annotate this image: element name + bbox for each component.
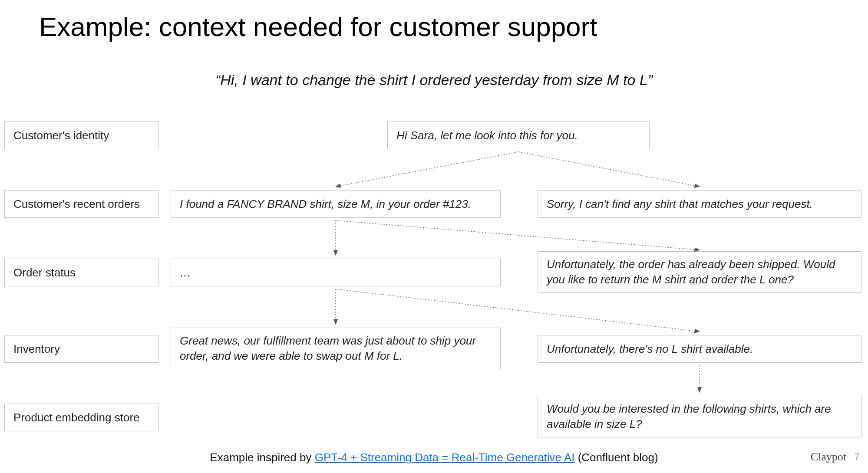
label-identity: Customer's identity: [4, 122, 158, 149]
response-ellipsis: …: [171, 259, 501, 286]
response-already-shipped: Unfortunately, the order has already bee…: [538, 251, 861, 293]
label-order-status: Order status: [4, 259, 158, 286]
page-number: 7: [855, 452, 859, 462]
arrow-r1left-to-r2right: [336, 220, 700, 250]
response-found-order: I found a FANCY BRAND shirt, size M, in …: [171, 190, 501, 218]
response-greeting: Hi Sara, let me look into this for you.: [387, 122, 650, 149]
response-suggest-alternatives: Would you be interested in the following…: [538, 396, 861, 437]
label-inventory: Inventory: [4, 335, 158, 363]
label-recent-orders: Customer's recent orders: [4, 190, 158, 218]
brand-label: Claypot: [811, 450, 846, 463]
footer-suffix: (Confluent blog): [574, 451, 658, 464]
slide-title: Example: context needed for customer sup…: [39, 11, 597, 42]
response-not-found: Sorry, I can't find any shirt that match…: [538, 190, 861, 218]
response-no-stock: Unfortunately, there's no L shirt availa…: [538, 335, 861, 363]
slide: Example: context needed for customer sup…: [0, 0, 868, 473]
footer-attribution: Example inspired by GPT-4 + Streaming Da…: [0, 451, 868, 464]
arrow-r0-to-r1left: [336, 152, 518, 187]
footer-prefix: Example inspired by: [210, 451, 314, 464]
footer-link[interactable]: GPT-4 + Streaming Data = Real-Time Gener…: [315, 451, 575, 464]
response-swap-success: Great news, our fulfillment team was jus…: [171, 328, 501, 369]
arrow-r2left-to-r3right: [336, 289, 700, 332]
arrow-r0-to-r1right: [518, 152, 700, 187]
label-embedding-store: Product embedding store: [4, 404, 158, 431]
customer-quote: “Hi, I want to change the shirt I ordere…: [0, 72, 868, 89]
